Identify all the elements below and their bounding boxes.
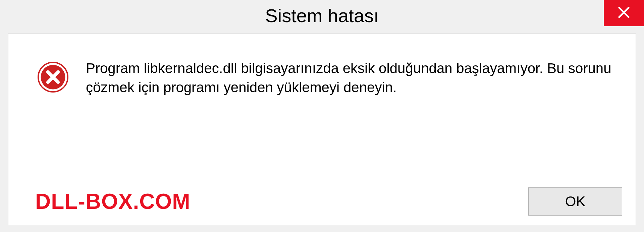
message-area: Program libkernaldec.dll bilgisayarınızd… xyxy=(37,59,615,97)
titlebar: Sistem hatası xyxy=(0,0,644,31)
close-icon xyxy=(617,5,631,21)
content-panel: Program libkernaldec.dll bilgisayarınızd… xyxy=(8,34,636,225)
dialog-title: Sistem hatası xyxy=(265,5,379,26)
ok-button[interactable]: OK xyxy=(528,187,622,216)
error-message: Program libkernaldec.dll bilgisayarınızd… xyxy=(86,59,615,97)
watermark-text: DLL-BOX.COM xyxy=(35,189,191,214)
dialog-footer: DLL-BOX.COM OK xyxy=(8,187,622,216)
error-icon xyxy=(37,61,69,93)
close-button[interactable] xyxy=(604,0,644,26)
error-dialog: Sistem hatası Program li xyxy=(0,0,644,232)
